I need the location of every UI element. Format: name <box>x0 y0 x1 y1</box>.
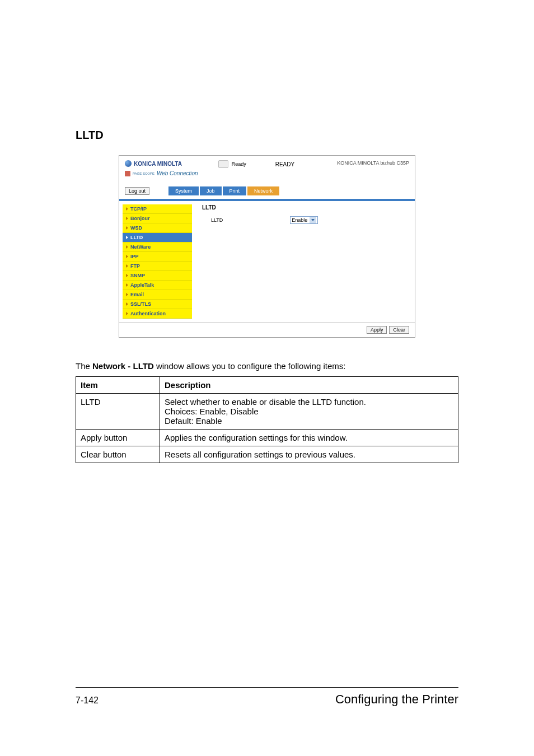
sidebar-item-bonjour[interactable]: Bonjour <box>123 214 192 223</box>
chevron-right-icon <box>126 264 128 268</box>
table-row: Apply button Applies the configuration s… <box>76 430 458 446</box>
brand-text: KONICA MINOLTA <box>134 161 182 167</box>
sidebar-item-netware[interactable]: NetWare <box>123 242 192 252</box>
content-row: LLTD Enable <box>202 214 408 224</box>
sidebar-item-label: SNMP <box>130 273 145 278</box>
chevron-right-icon <box>126 245 128 249</box>
chevron-right-icon <box>126 302 128 306</box>
globe-icon <box>125 160 132 167</box>
table-row: LLTD Select whether to enable or disable… <box>76 394 458 430</box>
sidebar-item-wsd[interactable]: WSD <box>123 223 192 233</box>
ss-header: KONICA MINOLTA PAGE SCOPE Web Connection… <box>119 156 415 186</box>
page-number: 7-142 <box>76 696 99 706</box>
footer-title: Configuring the Printer <box>335 692 458 707</box>
pagescope-icon <box>125 171 130 176</box>
chevron-right-icon <box>126 312 128 315</box>
head-item: Item <box>76 377 160 394</box>
content-panel: LLTD LLTD Enable <box>195 201 415 322</box>
lead-after: window allows you to configure the follo… <box>154 361 346 371</box>
row-label: LLTD <box>211 217 223 223</box>
chevron-right-icon <box>126 293 128 296</box>
logout-button[interactable]: Log out <box>125 187 149 195</box>
sidebar-item-appletalk[interactable]: AppleTalk <box>123 281 192 290</box>
tabs: System Job Print Network <box>168 186 279 195</box>
tab-system[interactable]: System <box>168 186 199 195</box>
chevron-right-icon <box>126 217 128 220</box>
apply-button[interactable]: Apply <box>367 326 387 334</box>
cell-desc: Resets all configuration settings to pre… <box>160 446 458 463</box>
spec-table: Item Description LLTD Select whether to … <box>76 376 458 463</box>
section-title: LLTD <box>76 129 458 142</box>
logout-row: Log out System Job Print Network <box>119 186 415 199</box>
clear-button[interactable]: Clear <box>389 326 409 334</box>
content-title: LLTD <box>202 204 408 211</box>
pagescope-text: Web Connection <box>157 170 198 176</box>
status-big: READY <box>275 161 294 167</box>
chevron-right-icon <box>126 274 128 277</box>
dropdown-button[interactable] <box>310 217 316 223</box>
model-text: KONICA MINOLTA bizhub C35P <box>337 160 409 166</box>
sidebar-item-email[interactable]: Email <box>123 290 192 300</box>
head-desc: Description <box>160 377 458 394</box>
select-value: Enable <box>292 217 307 223</box>
sidebar-item-lltd[interactable]: LLTD <box>123 233 192 242</box>
cell-item: Clear button <box>76 446 160 463</box>
lead-text: The Network - LLTD window allows you to … <box>76 361 458 371</box>
sidebar-item-authentication[interactable]: Authentication <box>123 309 192 319</box>
chevron-right-icon <box>126 207 128 211</box>
sidebar-item-label: Bonjour <box>130 216 150 221</box>
sidebar-item-label: IPP <box>130 254 139 259</box>
sidebar-item-label: AppleTalk <box>130 282 154 288</box>
tab-network[interactable]: Network <box>247 186 279 195</box>
sidebar: TCP/IP Bonjour WSD LLTD NetWare IPP FTP … <box>119 201 195 322</box>
status-small: Ready <box>232 161 246 167</box>
sidebar-item-ssltls[interactable]: SSL/TLS <box>123 300 192 309</box>
ss-footer: Apply Clear <box>119 322 415 337</box>
chevron-right-icon <box>126 255 128 258</box>
table-header-row: Item Description <box>76 377 458 394</box>
sidebar-item-label: SSL/TLS <box>130 301 151 307</box>
pagescope-prefix: PAGE SCOPE <box>133 172 154 175</box>
pagescope-logo: PAGE SCOPE Web Connection <box>125 170 198 176</box>
ss-header-mid: Ready READY <box>218 160 294 168</box>
page-footer: 7-142 Configuring the Printer <box>76 687 458 707</box>
cell-desc: Select whether to enable or disable the … <box>160 394 458 430</box>
sidebar-item-ftp[interactable]: FTP <box>123 262 192 271</box>
tab-job[interactable]: Job <box>200 186 222 195</box>
chevron-right-icon <box>126 283 128 287</box>
chevron-right-icon <box>126 236 128 239</box>
cell-desc: Applies the configuration settings for t… <box>160 430 458 446</box>
chevron-down-icon <box>311 219 315 221</box>
sidebar-item-label: WSD <box>130 225 142 231</box>
sidebar-item-snmp[interactable]: SNMP <box>123 271 192 281</box>
brand-logo: KONICA MINOLTA <box>125 160 198 167</box>
tab-print[interactable]: Print <box>223 186 247 195</box>
sidebar-item-label: Email <box>130 292 144 297</box>
cell-item: Apply button <box>76 430 160 446</box>
lead-before: The <box>76 361 92 371</box>
lltd-select[interactable]: Enable <box>290 216 318 224</box>
sidebar-item-label: TCP/IP <box>130 206 147 212</box>
sidebar-item-label: FTP <box>130 263 140 269</box>
sidebar-item-tcpip[interactable]: TCP/IP <box>123 204 192 214</box>
chevron-right-icon <box>126 226 128 230</box>
cell-item: LLTD <box>76 394 160 430</box>
lead-bold: Network - LLTD <box>92 361 154 371</box>
table-row: Clear button Resets all configuration se… <box>76 446 458 463</box>
ss-header-left: KONICA MINOLTA PAGE SCOPE Web Connection <box>125 160 198 176</box>
sidebar-item-label: LLTD <box>130 235 143 240</box>
embedded-screenshot: KONICA MINOLTA PAGE SCOPE Web Connection… <box>119 155 415 338</box>
sidebar-item-ipp[interactable]: IPP <box>123 252 192 262</box>
printer-icon <box>218 160 228 168</box>
ss-body: TCP/IP Bonjour WSD LLTD NetWare IPP FTP … <box>119 201 415 322</box>
sidebar-item-label: Authentication <box>130 311 166 316</box>
sidebar-item-label: NetWare <box>130 244 151 250</box>
